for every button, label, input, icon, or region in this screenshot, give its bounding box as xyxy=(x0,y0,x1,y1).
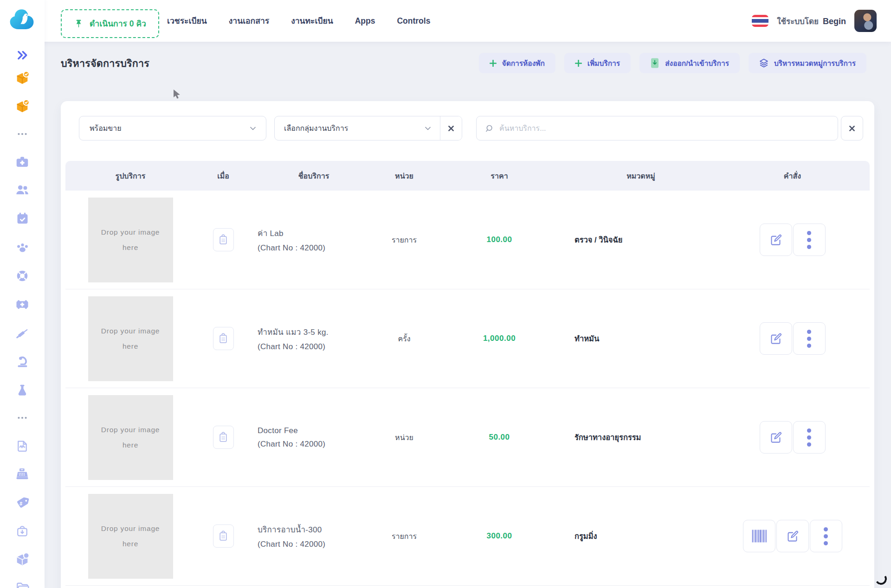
service-name: ทำหมัน แมว 3-5 kg. xyxy=(258,326,376,338)
row-menu-button[interactable] xyxy=(793,224,826,256)
services-card: พร้อมขาย เลือกกลุ่มงานบริการ xyxy=(61,101,874,588)
more-2-icon[interactable] xyxy=(14,410,30,426)
clear-group-button[interactable] xyxy=(440,116,462,140)
plus-icon xyxy=(575,60,582,67)
app-window: ดำเนินการ 0 คิว เวชระเบียน งานเอกสาร งาน… xyxy=(0,0,891,588)
service-chart-no: (Chart No : 42000) xyxy=(258,342,376,352)
nav-item-controls[interactable]: Controls xyxy=(397,16,430,26)
history-button[interactable] xyxy=(213,327,234,350)
syringe-icon[interactable] xyxy=(14,325,30,341)
more-icon[interactable] xyxy=(14,126,30,142)
image-dropzone[interactable]: Drop your image here xyxy=(88,198,173,282)
manage-categories-button[interactable]: บริหารหมวดหมู่การบริการ xyxy=(749,53,866,73)
nav-item-apps[interactable]: Apps xyxy=(355,16,375,26)
kebab-icon xyxy=(807,330,811,348)
status-select[interactable]: พร้อมขาย xyxy=(79,116,266,141)
edit-service-button[interactable] xyxy=(760,224,792,256)
pushpin-icon xyxy=(74,19,84,29)
barcode-button[interactable] xyxy=(743,520,775,552)
microscope-icon[interactable] xyxy=(14,354,30,370)
service-category: รักษาทางอายุรกรรม xyxy=(567,431,715,443)
clipboard-icon xyxy=(218,333,229,344)
table-row: Drop your image here ค่า Lab (Chart No :… xyxy=(65,191,870,289)
search-input[interactable] xyxy=(499,124,829,133)
clipboard-icon xyxy=(218,530,229,542)
page-title: บริหารจัดการบริการ xyxy=(61,55,149,71)
filter-bar: พร้อมขาย เลือกกลุ่มงานบริการ xyxy=(79,116,863,141)
service-chart-no: (Chart No : 42000) xyxy=(258,440,376,449)
close-icon xyxy=(448,125,454,132)
service-unit: หน่วย xyxy=(376,432,432,443)
sidebar: $ xyxy=(0,0,45,588)
table-header: รูปบริการ เมื่อ ชื่อบริการ หน่วย ราคา หม… xyxy=(65,161,870,191)
col-header-commands: คำสั่ง xyxy=(715,170,870,182)
edit-icon xyxy=(769,332,782,345)
edit-icon xyxy=(786,530,799,543)
row-menu-button[interactable] xyxy=(810,520,842,552)
calendar-check-icon[interactable] xyxy=(14,210,30,226)
history-button[interactable] xyxy=(213,228,234,251)
service-price: 1,000.00 xyxy=(432,334,567,343)
user-prefix-label: ใช้ระบบโดย xyxy=(777,15,819,27)
clipboard-icon xyxy=(218,432,229,443)
service-price: 50.00 xyxy=(432,433,567,442)
users-icon[interactable] xyxy=(14,182,30,198)
service-price: 300.00 xyxy=(432,531,567,541)
row-menu-button[interactable] xyxy=(793,322,826,355)
package-check-icon[interactable] xyxy=(14,70,30,86)
price-tag-icon[interactable]: $ xyxy=(14,495,30,511)
main-nav: เวชระเบียน งานเอกสาร งานทะเบียน Apps Con… xyxy=(167,0,430,42)
service-group-select[interactable]: เลือกกลุ่มงานบริการ xyxy=(275,116,440,140)
shopping-bag-icon[interactable] xyxy=(14,523,30,539)
barcode-icon xyxy=(752,529,767,543)
folder-icon[interactable] xyxy=(14,579,30,588)
package-icon[interactable] xyxy=(14,551,30,567)
edit-icon xyxy=(769,234,782,246)
clear-search-button[interactable] xyxy=(841,116,863,141)
history-button[interactable] xyxy=(213,426,234,449)
image-dropzone[interactable]: Drop your image here xyxy=(88,395,173,480)
expand-sidebar-icon[interactable] xyxy=(14,47,30,63)
table-row: Drop your image here ทำหมัน แมว 3-5 kg. … xyxy=(65,289,870,388)
plus-icon xyxy=(490,60,497,67)
kebab-icon xyxy=(807,428,811,447)
export-file-icon xyxy=(650,58,659,68)
import-export-button[interactable]: ส่งออก/นำเข้าบริการ xyxy=(639,53,740,73)
col-header-unit: หน่วย xyxy=(376,170,432,182)
medkit-icon[interactable] xyxy=(14,154,30,170)
kebab-icon xyxy=(807,231,811,249)
nav-item-documents[interactable]: งานเอกสาร xyxy=(229,14,269,27)
nav-item-registry[interactable]: งานทะเบียน xyxy=(291,14,333,27)
first-aid-icon[interactable] xyxy=(14,296,30,312)
search-icon xyxy=(485,124,493,132)
service-name: บริการอาบน้ำ-300 xyxy=(258,523,376,536)
flask-icon[interactable] xyxy=(14,382,30,398)
status-select-value: พร้อมขาย xyxy=(90,122,250,134)
search-box xyxy=(476,116,838,141)
paw-icon[interactable] xyxy=(14,239,30,255)
edit-service-button[interactable] xyxy=(760,322,792,355)
edit-service-button[interactable] xyxy=(776,520,809,552)
cash-register-icon[interactable] xyxy=(14,466,30,482)
table-row: Drop your image here Doctor Fee (Chart N… xyxy=(65,388,870,487)
nav-item-medical-records[interactable]: เวชระเบียน xyxy=(167,14,207,27)
package-check-2-icon[interactable] xyxy=(14,98,30,114)
queue-button[interactable]: ดำเนินการ 0 คิว xyxy=(61,9,159,38)
row-menu-button[interactable] xyxy=(793,421,826,454)
image-dropzone[interactable]: Drop your image here xyxy=(88,296,173,381)
medical-record-icon[interactable] xyxy=(14,438,30,454)
manage-rooms-button[interactable]: จัดการห้องพัก xyxy=(479,53,555,73)
col-header-image: รูปบริการ xyxy=(65,170,195,182)
topbar-right: ใช้ระบบโดย Begin xyxy=(752,0,877,42)
service-chart-no: (Chart No : 42000) xyxy=(258,243,376,253)
chevron-down-icon xyxy=(250,127,256,130)
avatar[interactable] xyxy=(854,10,877,32)
thai-flag-icon[interactable] xyxy=(752,15,768,27)
service-category: ทำหมัน xyxy=(567,332,715,345)
image-dropzone[interactable]: Drop your image here xyxy=(88,494,173,579)
edit-service-button[interactable] xyxy=(760,421,792,454)
life-ring-icon[interactable] xyxy=(14,268,30,284)
add-service-button[interactable]: เพิ่มบริการ xyxy=(564,53,631,73)
app-logo[interactable] xyxy=(8,8,35,32)
history-button[interactable] xyxy=(213,524,234,548)
